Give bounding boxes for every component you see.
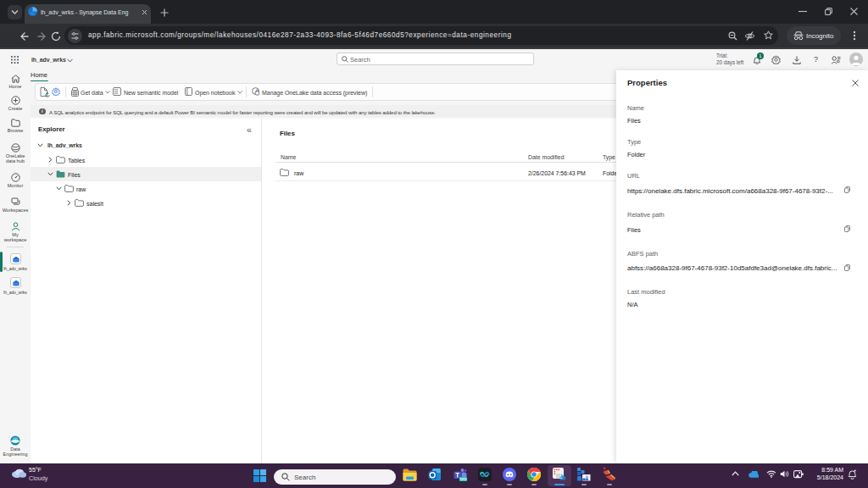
svg-text:NEW: NEW [460, 478, 467, 481]
